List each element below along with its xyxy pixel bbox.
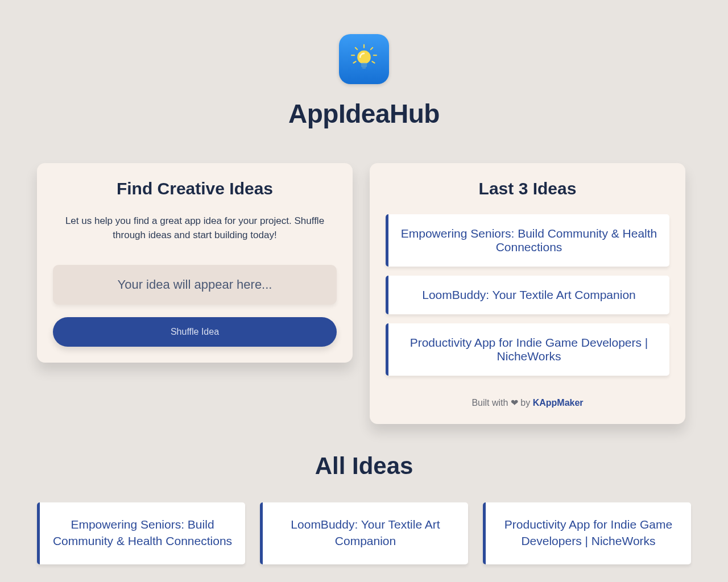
svg-line-6 [372,61,374,63]
svg-line-2 [371,48,373,49]
credit-link[interactable]: KAppMaker [533,398,584,408]
find-ideas-title: Find Creative Ideas [53,179,337,198]
last-ideas-card: Last 3 Ideas Empowering Seniors: Build C… [370,163,685,424]
svg-line-1 [355,48,357,49]
lightbulb-icon [349,44,379,74]
idea-item[interactable]: Empowering Seniors: Build Community & He… [37,502,245,564]
credit-line: Built with ❤ by KAppMaker [386,397,669,408]
credit-prefix: Built with ❤ by [471,398,532,408]
idea-item[interactable]: LoomBuddy: Your Textile Art Companion [260,502,468,564]
idea-item[interactable]: LoomBuddy: Your Textile Art Companion [386,276,669,314]
all-ideas-title: All Ideas [37,452,691,480]
app-logo [339,34,389,84]
find-ideas-card: Find Creative Ideas Let us help you find… [37,163,353,363]
all-ideas-grid: Empowering Seniors: Build Community & He… [37,502,691,564]
shuffle-button[interactable]: Shuffle Idea [53,317,337,347]
find-ideas-subtitle: Let us help you find a great app idea fo… [53,214,337,242]
svg-rect-9 [361,64,367,64]
idea-item[interactable]: Empowering Seniors: Build Community & He… [386,214,669,267]
site-title: AppIdeaHub [288,98,440,129]
last-ideas-title: Last 3 Ideas [386,179,669,198]
idea-output: Your idea will appear here... [53,265,337,305]
svg-rect-10 [361,65,367,66]
svg-line-5 [353,61,355,63]
idea-item[interactable]: Productivity App for Indie Game Develope… [483,502,691,564]
svg-rect-8 [361,63,367,67]
svg-rect-11 [362,67,366,69]
header: AppIdeaHub [37,34,691,129]
idea-item[interactable]: Productivity App for Indie Game Develope… [386,323,669,376]
svg-point-7 [357,51,371,64]
